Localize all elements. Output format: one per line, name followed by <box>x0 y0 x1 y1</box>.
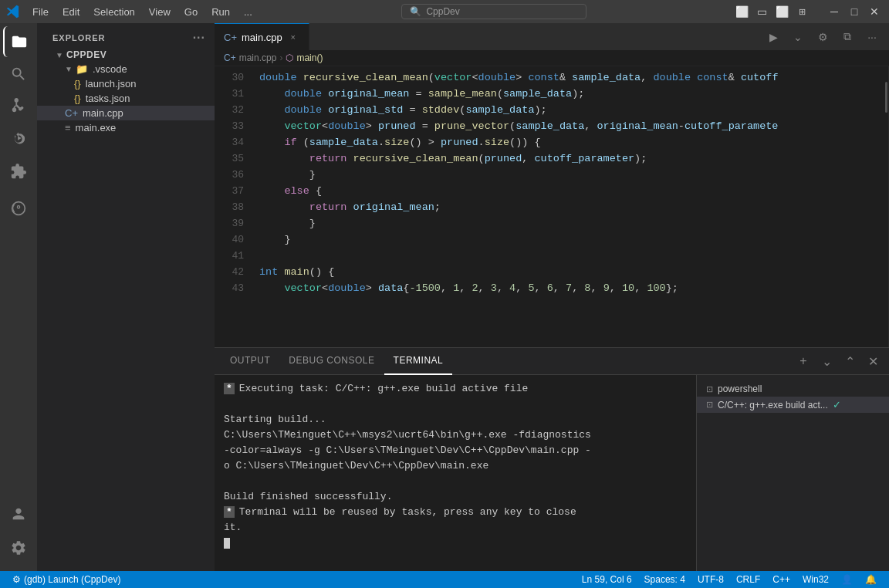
debug-status-item[interactable]: ⚙ (gdb) Launch (CppDev) <box>6 571 127 588</box>
code-line-42: int main() { <box>259 264 878 280</box>
line-ending-label: CRLF <box>736 574 760 585</box>
vscode-expand-icon: ▼ <box>65 65 73 73</box>
layout-btn-4[interactable]: ⊞ <box>793 3 810 20</box>
minimize-button[interactable]: ─ <box>826 3 843 20</box>
main-cpp-tab[interactable]: C+ main.cpp × <box>215 23 309 50</box>
account-icon[interactable] <box>3 498 34 529</box>
tab-actions: ▶ ⌄ ⚙ ⧉ ··· <box>762 26 889 48</box>
code-line-40: } <box>259 231 878 248</box>
main-exe-icon: ≡ <box>65 122 71 133</box>
extensions-icon[interactable] <box>3 156 34 187</box>
code-editor[interactable]: 30 31 32 33 34 35 36 37 38 39 40 41 42 4… <box>215 66 889 347</box>
activity-bar <box>0 23 37 571</box>
line-num-34: 34 <box>225 134 244 150</box>
run-debug-icon[interactable] <box>3 123 34 154</box>
menu-bar: File Edit Selection View Go Run ... <box>26 5 259 19</box>
vscode-logo-icon <box>6 5 20 19</box>
tab-close-btn[interactable]: × <box>287 31 299 43</box>
search-input-wrap[interactable]: 🔍 CppDev <box>401 4 586 19</box>
panel-close-btn[interactable]: ✕ <box>863 351 883 371</box>
menu-file[interactable]: File <box>26 5 55 19</box>
tasks-json-item[interactable]: {} tasks.json <box>37 91 215 106</box>
language-item[interactable]: C++ <box>766 571 796 588</box>
explorer-icon[interactable] <box>3 26 34 57</box>
line-num-32: 32 <box>225 102 244 118</box>
code-line-38: return original_mean; <box>259 199 878 215</box>
panel-dropdown-btn[interactable]: ⌄ <box>816 351 837 371</box>
build-task-terminal-item[interactable]: ⊡ C/C++: g++.exe build act... ✓ <box>697 397 889 413</box>
menu-edit[interactable]: Edit <box>56 5 86 19</box>
platform-item[interactable]: Win32 <box>796 571 835 588</box>
line-num-41: 41 <box>225 248 244 264</box>
code-line-35: return recursive_clean_mean(pruned, cuto… <box>259 150 878 167</box>
source-control-icon[interactable] <box>3 91 34 122</box>
powershell-label: powershell <box>718 384 762 394</box>
sidebar-menu-btn[interactable]: ··· <box>193 31 205 45</box>
main-layout: EXPLORER ··· ▼ CPPDEV ▼ 📁 .vscode {} lau… <box>0 23 889 571</box>
spaces-item[interactable]: Spaces: 4 <box>638 571 691 588</box>
language-label: C++ <box>772 574 790 585</box>
position-item[interactable]: Ln 59, Col 6 <box>576 571 638 588</box>
terminal-cursor <box>224 538 230 549</box>
code-content[interactable]: double recursive_clean_mean(vector<doubl… <box>256 66 878 347</box>
menu-selection[interactable]: Selection <box>87 5 140 19</box>
maximize-button[interactable]: □ <box>846 3 863 20</box>
code-line-30: double recursive_clean_mean(vector<doubl… <box>259 69 878 86</box>
line-num-40: 40 <box>225 231 244 248</box>
star-icon: * <box>224 383 235 394</box>
editor-area: C+ main.cpp × ▶ ⌄ ⚙ ⧉ ··· C+ main.cpp › … <box>215 23 889 571</box>
panel-tab-output[interactable]: OUTPUT <box>221 348 279 375</box>
main-exe-item[interactable]: ≡ main.exe <box>37 120 215 135</box>
encoding-item[interactable]: UTF-8 <box>691 571 730 588</box>
breadcrumb-file[interactable]: main.cpp <box>239 52 277 63</box>
search-activity-icon[interactable] <box>3 59 34 90</box>
breadcrumb-sep: › <box>279 52 282 63</box>
breadcrumb-func[interactable]: main() <box>296 52 323 63</box>
run-dropdown-btn[interactable]: ⌄ <box>787 26 809 48</box>
terminal-line-3: Starting build... <box>224 412 687 427</box>
layout-btn-3[interactable]: ⬜ <box>773 3 790 20</box>
terminal-sidebar: ⊡ powershell ⊡ C/C++: g++.exe build act.… <box>696 375 889 571</box>
platform-label: Win32 <box>803 574 829 585</box>
launch-json-icon: {} <box>74 78 81 90</box>
expand-arrow-icon: ▼ <box>56 51 63 59</box>
title-bar: File Edit Selection View Go Run ... 🔍 Cp… <box>0 0 889 23</box>
notification-item[interactable]: 🔔 <box>859 571 883 588</box>
layout-btn-2[interactable]: ▭ <box>753 3 770 20</box>
layout-btn-1[interactable]: ⬜ <box>733 3 750 20</box>
terminal-output[interactable]: *Executing task: C/C++: g++.exe build ac… <box>215 375 696 571</box>
line-num-39: 39 <box>225 215 244 231</box>
remote-status-icon[interactable]: 👤 <box>835 571 859 588</box>
menu-go[interactable]: Go <box>178 5 204 19</box>
main-cpp-label: main.cpp <box>83 107 123 119</box>
powershell-terminal-item[interactable]: ⊡ powershell <box>697 381 889 397</box>
launch-json-item[interactable]: {} launch.json <box>37 76 215 91</box>
menu-more[interactable]: ... <box>238 5 259 19</box>
code-line-41 <box>259 248 878 264</box>
tab-more-btn[interactable]: ··· <box>861 26 883 48</box>
terminal-line-1: *Executing task: C/C++: g++.exe build ac… <box>224 381 687 397</box>
run-code-btn[interactable]: ▶ <box>762 26 784 48</box>
person-icon: 👤 <box>841 574 853 585</box>
main-cpp-item[interactable]: C+ main.cpp <box>37 106 215 120</box>
line-num-30: 30 <box>225 69 244 86</box>
new-terminal-btn[interactable]: + <box>793 351 813 371</box>
scrollbar-area[interactable] <box>878 66 889 347</box>
editor-settings-btn[interactable]: ⚙ <box>812 26 833 48</box>
split-editor-btn[interactable]: ⧉ <box>837 26 858 48</box>
panel-tab-terminal[interactable]: TERMINAL <box>384 348 453 375</box>
vscode-folder-item[interactable]: ▼ 📁 .vscode <box>37 62 215 76</box>
panel-maximize-btn[interactable]: ⌃ <box>840 351 860 371</box>
menu-run[interactable]: Run <box>205 5 236 19</box>
remote-icon[interactable] <box>3 193 34 224</box>
line-ending-item[interactable]: CRLF <box>730 571 766 588</box>
settings-icon[interactable] <box>3 532 34 563</box>
project-root-item[interactable]: ▼ CPPDEV <box>37 48 215 62</box>
sidebar: EXPLORER ··· ▼ CPPDEV ▼ 📁 .vscode {} lau… <box>37 23 215 571</box>
terminal-line-6: o C:\Users\TMeinguet\Dev\C++\CppDev\main… <box>224 458 687 474</box>
close-button[interactable]: ✕ <box>866 3 883 20</box>
terminal-line-2 <box>224 397 687 412</box>
tab-cpp-icon: C+ <box>224 32 237 43</box>
menu-view[interactable]: View <box>143 5 177 19</box>
panel-tab-debug[interactable]: DEBUG CONSOLE <box>279 348 384 375</box>
